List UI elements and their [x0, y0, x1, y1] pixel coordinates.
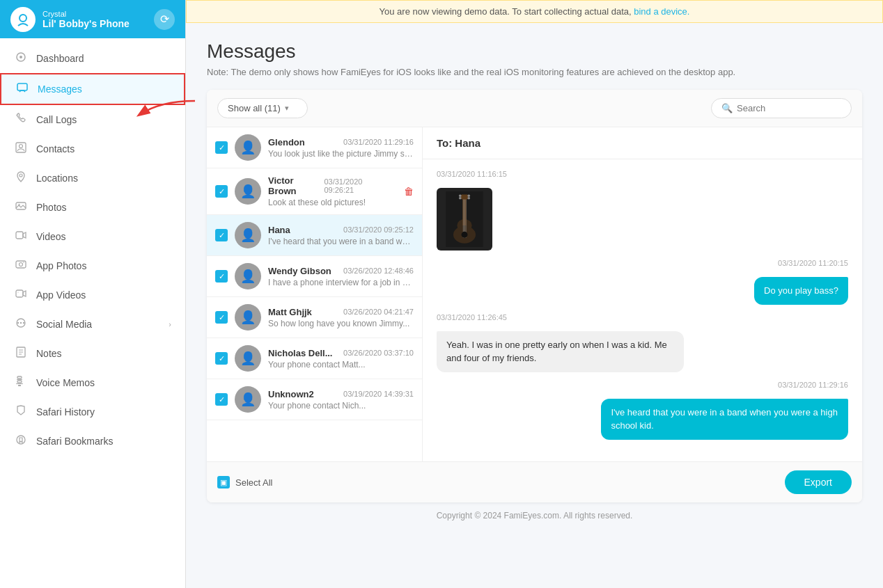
- conv-checkbox[interactable]: ✓: [215, 311, 228, 324]
- show-all-label: Show all (11): [228, 103, 281, 113]
- locations-icon: [14, 171, 28, 185]
- sidebar-item-contacts[interactable]: Contacts: [0, 134, 185, 164]
- sidebar-item-label: Dashboard: [36, 53, 171, 64]
- conv-preview: Your phone contact Nich...: [268, 401, 414, 411]
- svg-point-16: [17, 322, 19, 324]
- conversation-item[interactable]: ✓ 👤 Nicholas Dell... 03/26/2020 03:37:10…: [207, 338, 422, 379]
- conv-preview: I've heard that you were in a band whe..…: [268, 237, 414, 246]
- sync-icon[interactable]: ⟳: [154, 9, 175, 30]
- message-timestamp: 03/31/2020 11:20:15: [778, 259, 848, 267]
- page-content: Messages Note: The demo only shows how F…: [186, 23, 883, 588]
- contacts-icon: [14, 142, 28, 156]
- show-all-dropdown[interactable]: Show all (11) ▾: [217, 98, 308, 118]
- svg-point-42: [462, 232, 468, 238]
- delete-icon[interactable]: 🗑: [404, 186, 414, 197]
- search-input[interactable]: [737, 103, 841, 113]
- sidebar-item-notes[interactable]: Notes: [0, 339, 185, 368]
- avatar: 👤: [235, 386, 261, 413]
- conversation-item[interactable]: ✓ 👤 Hana 03/31/2020 09:25:12 I've heard …: [207, 215, 422, 256]
- sidebar-item-app-videos[interactable]: App Videos: [0, 280, 185, 310]
- sidebar-item-label: App Photos: [36, 260, 171, 271]
- svg-rect-3: [17, 84, 27, 90]
- sidebar-item-safari-history[interactable]: Safari History: [0, 397, 185, 427]
- avatar: 👤: [235, 134, 261, 161]
- chevron-right-icon: ›: [169, 320, 171, 328]
- bottom-bar: ▣ Select All Export: [207, 461, 862, 502]
- search-icon: 🔍: [721, 103, 733, 113]
- dashboard-icon: [14, 51, 28, 65]
- conversation-item[interactable]: ✓ 👤 Glendon 03/31/2020 11:29:16 You look…: [207, 127, 422, 168]
- export-button[interactable]: Export: [785, 470, 852, 494]
- conv-time: 03/31/2020 09:25:12: [343, 225, 414, 234]
- bind-device-link[interactable]: bind a device.: [634, 6, 689, 17]
- conversation-list: ✓ 👤 Glendon 03/31/2020 11:29:16 You look…: [207, 127, 423, 461]
- videos-icon: [14, 230, 28, 244]
- sidebar-item-safari-bookmarks[interactable]: Safari Bookmarks: [0, 427, 185, 456]
- safari-history-icon: [14, 405, 28, 419]
- conv-checkbox[interactable]: ✓: [215, 352, 228, 365]
- sidebar-item-locations[interactable]: Locations: [0, 164, 185, 193]
- conv-checkbox[interactable]: ✓: [215, 185, 228, 198]
- app-videos-icon: [14, 288, 28, 302]
- main-content: You are now viewing demo data. To start …: [186, 0, 883, 588]
- message-timestamp: 03/31/2020 11:26:45: [437, 313, 507, 321]
- conv-name: Wendy Gibson: [268, 266, 331, 276]
- sidebar-item-call-logs[interactable]: Call Logs: [0, 105, 185, 134]
- conv-info: Wendy Gibson 03/26/2020 12:48:46 I have …: [268, 266, 414, 287]
- sidebar-item-voice-memos[interactable]: Voice Memos: [0, 368, 185, 397]
- conv-checkbox[interactable]: ✓: [215, 270, 228, 283]
- sidebar-user-info: Crystal Lil' Bobby's Phone: [42, 10, 147, 29]
- guitar-image: [437, 188, 492, 251]
- sidebar-item-label: Notes: [36, 348, 171, 359]
- svg-point-28: [17, 436, 25, 444]
- svg-point-41: [467, 197, 470, 200]
- conversation-item[interactable]: ✓ 👤 Wendy Gibson 03/26/2020 12:48:46 I h…: [207, 256, 422, 297]
- page-title: Messages: [207, 40, 862, 63]
- conversation-item[interactable]: ✓ 👤 Matt Ghjjk 03/26/2020 04:21:47 So ho…: [207, 297, 422, 338]
- photos-icon: [14, 200, 28, 214]
- sidebar-item-videos[interactable]: Videos: [0, 222, 185, 251]
- conv-checkbox[interactable]: ✓: [215, 393, 228, 406]
- conv-name: Hana: [268, 225, 290, 235]
- select-all-checkbox[interactable]: ▣: [217, 476, 230, 488]
- conv-name: Glendon: [268, 137, 305, 148]
- sidebar-item-label: App Videos: [36, 289, 171, 301]
- svg-point-11: [19, 263, 23, 267]
- conv-checkbox[interactable]: ✓: [215, 141, 228, 154]
- conv-preview: You look just like the picture Jimmy sh.…: [268, 149, 414, 159]
- svg-rect-37: [461, 194, 469, 199]
- svg-point-17: [20, 322, 22, 324]
- sidebar-item-label: Photos: [36, 202, 171, 213]
- sidebar-item-social-media[interactable]: Social Media ›: [0, 310, 185, 339]
- call-logs-icon: [14, 113, 28, 127]
- svg-rect-10: [16, 261, 26, 268]
- chat-bubble-outgoing: Do you play bass?: [754, 277, 848, 305]
- conv-info: Unknown2 03/19/2020 14:39:31 Your phone …: [268, 389, 414, 411]
- messages-container: Show all (11) ▾ 🔍 ✓ 👤: [207, 90, 862, 502]
- app-photos-icon: [14, 259, 28, 273]
- svg-rect-13: [16, 290, 23, 297]
- sidebar-item-label: Contacts: [36, 143, 171, 154]
- conv-checkbox[interactable]: ✓: [215, 229, 228, 241]
- svg-point-6: [19, 174, 22, 177]
- sidebar-item-app-photos[interactable]: App Photos: [0, 251, 185, 280]
- safari-bookmarks-icon: [14, 434, 28, 448]
- messages-icon: [15, 82, 29, 96]
- sidebar-item-label: Videos: [36, 231, 171, 242]
- messages-split: ✓ 👤 Glendon 03/31/2020 11:29:16 You look…: [207, 127, 862, 461]
- svg-rect-7: [16, 202, 26, 209]
- conv-info: Nicholas Dell... 03/26/2020 03:37:10 You…: [268, 348, 414, 370]
- social-media-icon: [14, 317, 28, 331]
- sidebar-item-dashboard[interactable]: Dashboard: [0, 44, 185, 73]
- avatar: 👤: [235, 178, 261, 205]
- sidebar-item-photos[interactable]: Photos: [0, 193, 185, 222]
- conversation-item[interactable]: ✓ 👤 Unknown2 03/19/2020 14:39:31 Your ph…: [207, 379, 422, 420]
- sidebar-item-messages[interactable]: Messages: [0, 73, 185, 105]
- conv-preview: I have a phone interview for a job in an…: [268, 278, 414, 287]
- conversation-item[interactable]: ✓ 👤 Victor Brown 03/31/2020 09:26:21 Loo…: [207, 168, 422, 215]
- sidebar: Crystal Lil' Bobby's Phone ⟳ Dashboard M…: [0, 0, 186, 588]
- notes-icon: [14, 347, 28, 360]
- search-box: 🔍: [711, 98, 852, 118]
- conv-name: Matt Ghjjk: [268, 307, 312, 317]
- conv-preview: Your phone contact Matt...: [268, 360, 414, 370]
